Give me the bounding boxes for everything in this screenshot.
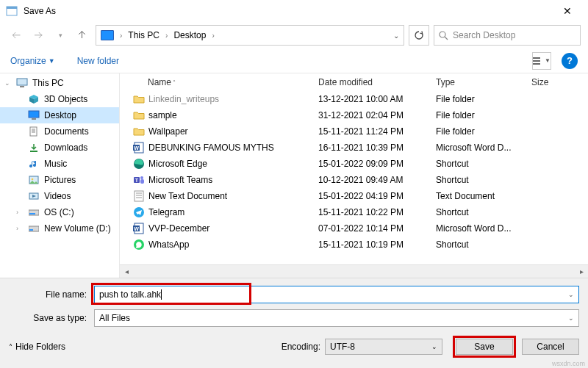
sidebar-item-videos[interactable]: Videos — [0, 188, 119, 204]
file-date: 07-01-2022 10:14 PM — [318, 223, 436, 234]
file-type: File folder — [436, 94, 531, 104]
sidebar-item-downloads[interactable]: Downloads — [0, 140, 119, 156]
file-type: File folder — [436, 126, 531, 137]
close-button[interactable]: ✕ — [553, 5, 582, 17]
chevron-up-icon: ˄ — [9, 343, 12, 351]
back-button[interactable]: 🡠 — [7, 26, 25, 44]
address-dropdown[interactable]: ⌄ — [393, 32, 399, 40]
column-header-type[interactable]: Type — [436, 77, 531, 87]
filename-label: File name: — [9, 289, 94, 300]
cube-icon — [28, 93, 40, 105]
svg-point-20 — [32, 178, 34, 181]
svg-rect-26 — [29, 229, 33, 231]
file-date: 15-01-2022 04:19 PM — [318, 191, 436, 201]
app-icon — [6, 5, 18, 17]
pictures-icon — [28, 174, 40, 186]
file-name: Wallpaper — [148, 126, 188, 137]
file-type: Microsoft Word D... — [436, 223, 531, 234]
encoding-label: Encoding: — [282, 342, 320, 352]
file-name: Telegram — [148, 207, 184, 217]
sidebar-item-this-pc[interactable]: ⌄ This PC — [0, 75, 119, 91]
hide-folders-button[interactable]: ˄ Hide Folders — [9, 342, 65, 352]
sidebar-item-label: Desktop — [44, 110, 76, 120]
sidebar-item-documents[interactable]: Documents — [0, 123, 119, 140]
sidebar-item-label: Downloads — [44, 142, 87, 153]
dropdown-icon[interactable]: ⌄ — [431, 343, 437, 350]
table-row[interactable]: Wallpaper15-11-2021 11:24 PMFile folder — [120, 123, 588, 140]
save-button[interactable]: Save — [456, 339, 513, 355]
svg-rect-4 — [533, 57, 540, 59]
table-row[interactable]: WhatsApp15-11-2021 10:19 PMShortcut — [120, 237, 588, 253]
breadcrumb[interactable]: This PC — [128, 30, 159, 40]
file-type: Microsoft Word D... — [436, 142, 531, 153]
watermark: wsxdn.com — [552, 360, 585, 367]
svg-line-3 — [445, 37, 448, 40]
sidebar-item-pictures[interactable]: Pictures — [0, 172, 119, 188]
sidebar-item-os-c[interactable]: › OS (C:) — [0, 204, 119, 220]
svg-rect-34 — [140, 179, 144, 184]
encoding-select[interactable]: UTF-8 ⌄ — [325, 339, 442, 355]
file-type: Shortcut — [436, 159, 531, 169]
toolbar: Organize▼ New folder ▼ ? — [0, 48, 588, 73]
svg-rect-35 — [135, 191, 143, 201]
dropdown-icon[interactable]: ⌄ — [568, 314, 574, 322]
sidebar-item-new-volume-d[interactable]: › New Volume (D:) — [0, 220, 119, 237]
drive-icon — [28, 223, 40, 234]
sidebar-item-desktop[interactable]: Desktop — [0, 107, 119, 123]
sidebar-item-music[interactable]: Music — [0, 156, 119, 172]
table-row[interactable]: WDEBUNKING FAMOUS MYTHS16-11-2021 10:39 … — [120, 140, 588, 156]
address-bar[interactable]: › This PC › Desktop › ⌄ — [96, 25, 404, 46]
encoding-value: UTF-8 — [330, 342, 355, 352]
search-placeholder: Search Desktop — [453, 30, 515, 40]
file-date: 31-12-2021 02:04 PM — [318, 110, 436, 120]
new-folder-button[interactable]: New folder — [77, 56, 119, 66]
word-icon: W — [133, 142, 145, 154]
scroll-left-arrow[interactable]: ◂ — [120, 267, 133, 275]
table-row[interactable]: WVVP-December07-01-2022 10:14 PMMicrosof… — [120, 220, 588, 237]
history-dropdown[interactable]: ▾ — [51, 26, 69, 44]
sidebar-item-label: New Volume (D:) — [44, 223, 111, 234]
sidebar-item-3d-objects[interactable]: 3D Objects — [0, 91, 119, 107]
table-row[interactable]: sample31-12-2021 02:04 PMFile folder — [120, 107, 588, 123]
svg-rect-18 — [30, 151, 37, 152]
window-title: Save As — [24, 6, 553, 16]
cancel-button[interactable]: Cancel — [522, 339, 579, 355]
file-list[interactable]: Linkedin_writeups13-12-2021 10:00 AMFile… — [120, 91, 588, 264]
table-row[interactable]: New Text Document15-01-2022 04:19 PMText… — [120, 188, 588, 204]
music-icon — [28, 158, 40, 170]
filename-input[interactable]: push to talk.ahk ⌄ — [94, 286, 579, 303]
organize-menu[interactable]: Organize▼ — [10, 56, 55, 66]
table-row[interactable]: TMicrosoft Teams10-12-2021 09:49 AMShort… — [120, 172, 588, 188]
column-header-name[interactable]: Name˄ — [120, 77, 318, 87]
file-type: File folder — [436, 110, 531, 120]
up-button[interactable]: 🡡 — [74, 26, 91, 44]
titlebar: Save As ✕ — [0, 0, 588, 22]
saveastype-select[interactable]: All Files ⌄ — [94, 309, 579, 327]
search-input[interactable]: Search Desktop — [434, 25, 581, 46]
sort-arrow-icon: ˄ — [173, 79, 176, 86]
table-row[interactable]: Telegram15-11-2021 10:22 PMShortcut — [120, 204, 588, 220]
chevron-right-icon: › — [117, 32, 125, 40]
dropdown-icon[interactable]: ⌄ — [568, 291, 574, 298]
desktop-icon — [28, 109, 40, 121]
scroll-right-arrow[interactable]: ▸ — [575, 267, 588, 275]
help-button[interactable]: ? — [562, 53, 578, 69]
refresh-button[interactable] — [409, 25, 429, 46]
table-row[interactable]: Linkedin_writeups13-12-2021 10:00 AMFile… — [120, 91, 588, 107]
column-header-size[interactable]: Size — [531, 77, 568, 87]
breadcrumb[interactable]: Desktop — [173, 30, 206, 40]
file-name: New Text Document — [148, 191, 227, 201]
view-options-button[interactable]: ▼ — [532, 52, 551, 70]
horizontal-scrollbar[interactable]: ◂ ▸ — [120, 264, 588, 278]
folder-icon — [133, 93, 145, 105]
whatsapp-icon — [133, 239, 145, 250]
pc-icon — [16, 77, 28, 89]
column-header-date[interactable]: Date modified — [318, 77, 436, 87]
saveastype-value: All Files — [95, 313, 135, 323]
file-name: sample — [148, 110, 177, 120]
svg-text:T: T — [135, 178, 139, 183]
forward-button[interactable]: 🡢 — [29, 26, 47, 44]
table-row[interactable]: Microsoft Edge15-01-2022 09:09 PMShortcu… — [120, 156, 588, 172]
text-icon — [133, 190, 145, 202]
sidebar-item-label: Documents — [44, 126, 89, 137]
